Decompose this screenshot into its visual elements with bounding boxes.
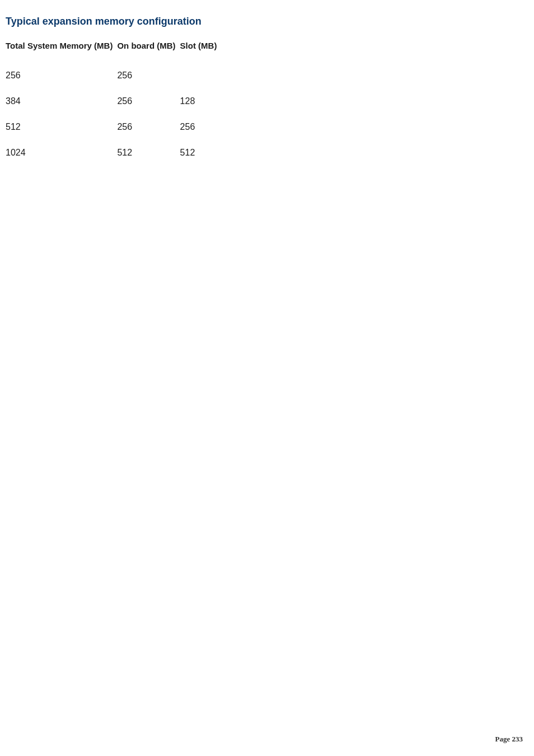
- table-row: 512 256 256: [6, 114, 221, 140]
- cell-onboard: 256: [117, 88, 180, 114]
- table-header-row: Total System Memory (MB) On board (MB) S…: [6, 41, 221, 63]
- table-row: 1024 512 512: [6, 140, 221, 166]
- cell-slot: 512: [180, 140, 222, 166]
- cell-total: 256: [6, 63, 117, 88]
- cell-slot: 256: [180, 114, 222, 140]
- cell-total: 1024: [6, 140, 117, 166]
- col-header-onboard: On board (MB): [117, 41, 180, 63]
- cell-total: 384: [6, 88, 117, 114]
- cell-total: 512: [6, 114, 117, 140]
- page-footer: Page 233: [495, 735, 523, 744]
- table-row: 384 256 128: [6, 88, 221, 114]
- cell-onboard: 256: [117, 63, 180, 88]
- table-row: 256 256: [6, 63, 221, 88]
- memory-config-table: Total System Memory (MB) On board (MB) S…: [6, 41, 221, 166]
- cell-slot: [180, 63, 222, 88]
- cell-onboard: 512: [117, 140, 180, 166]
- col-header-total: Total System Memory (MB): [6, 41, 117, 63]
- col-header-slot: Slot (MB): [180, 41, 222, 63]
- section-heading: Typical expansion memory configuration: [6, 16, 528, 27]
- cell-slot: 128: [180, 88, 222, 114]
- cell-onboard: 256: [117, 114, 180, 140]
